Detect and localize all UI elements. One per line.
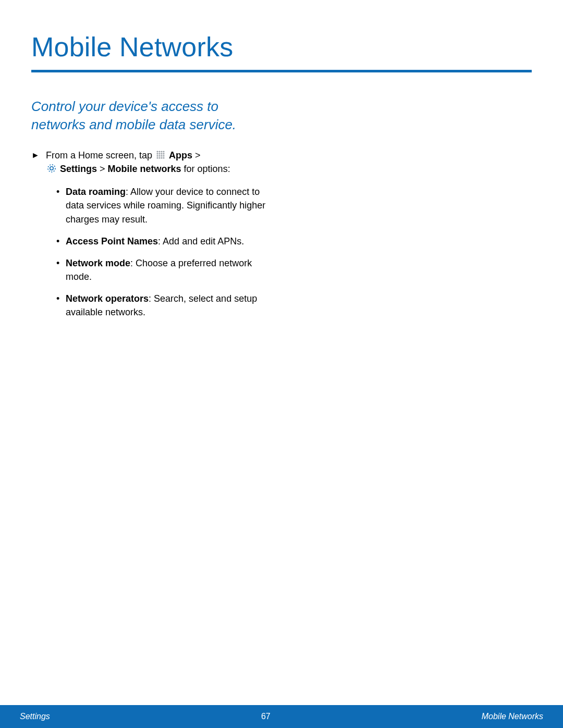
intro-text: Control your device's access to networks… — [31, 97, 255, 134]
option-name: Network mode — [66, 258, 130, 268]
svg-point-13 — [158, 157, 160, 159]
svg-point-11 — [163, 155, 164, 157]
footer-page-number: 67 — [261, 712, 271, 721]
page-footer: Settings 67 Mobile Networks — [0, 705, 563, 728]
list-item: Access Point Names: Add and edit APNs. — [56, 235, 271, 248]
option-name: Data roaming — [66, 187, 126, 197]
page: Mobile Networks Control your device's ac… — [0, 0, 563, 728]
svg-point-3 — [163, 151, 164, 153]
step-prefix: From a Home screen, tap — [46, 150, 155, 161]
svg-point-16 — [50, 167, 53, 170]
option-name: Network operators — [66, 293, 149, 304]
option-desc: : Add and edit APNs. — [158, 236, 244, 246]
svg-point-15 — [163, 157, 164, 159]
svg-point-8 — [156, 155, 158, 157]
step-suffix: for options: — [181, 164, 230, 174]
svg-point-17 — [48, 165, 55, 172]
svg-point-7 — [163, 153, 164, 155]
svg-point-14 — [161, 157, 162, 159]
svg-point-9 — [158, 155, 160, 157]
options-list: Data roaming: Allow your device to conne… — [46, 185, 271, 319]
step-gt1: > — [192, 150, 201, 161]
play-arrow-icon: ► — [31, 149, 40, 161]
settings-gear-icon — [47, 163, 56, 172]
footer-left: Settings — [20, 712, 50, 721]
svg-point-5 — [158, 153, 160, 155]
svg-point-0 — [156, 151, 158, 153]
mobile-networks-label: Mobile networks — [108, 164, 181, 174]
svg-point-10 — [161, 155, 162, 157]
footer-right: Mobile Networks — [482, 712, 543, 721]
option-name: Access Point Names — [66, 236, 158, 246]
list-item: Network mode: Choose a preferred network… — [56, 256, 271, 283]
apps-label: Apps — [169, 150, 192, 161]
list-item: Network operators: Search, select and se… — [56, 292, 271, 319]
page-title: Mobile Networks — [31, 31, 532, 63]
svg-point-1 — [158, 151, 160, 153]
title-rule — [31, 70, 532, 72]
instruction-step: ► From a Home screen, tap Apps > — [31, 149, 271, 319]
svg-point-6 — [161, 153, 162, 155]
svg-point-2 — [161, 151, 162, 153]
apps-grid-icon — [156, 150, 165, 159]
list-item: Data roaming: Allow your device to conne… — [56, 185, 271, 226]
step-mid: > — [97, 164, 108, 174]
svg-point-12 — [156, 157, 158, 159]
settings-label: Settings — [60, 164, 97, 174]
svg-point-4 — [156, 153, 158, 155]
